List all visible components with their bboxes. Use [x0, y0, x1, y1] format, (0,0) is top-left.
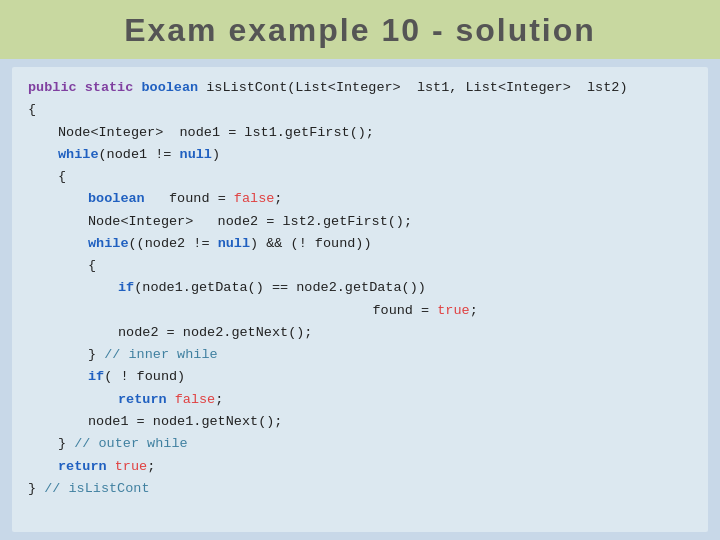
code-line-14: if( ! found): [88, 366, 692, 388]
code-line-8: while((node2 != null) && (! found)): [88, 233, 692, 255]
code-line-7: Node<Integer> node2 = lst2.getFirst();: [88, 211, 692, 233]
code-line-4: while(node1 != null): [58, 144, 692, 166]
code-line-5: {: [58, 166, 692, 188]
code-line-12: node2 = node2.getNext();: [118, 322, 692, 344]
code-line-13: } // inner while: [88, 344, 692, 366]
code-line-2: {: [28, 99, 692, 121]
code-line-9: {: [88, 255, 692, 277]
title-bar: Exam example 10 - solution: [0, 0, 720, 59]
code-line-6: boolean found = false;: [88, 188, 692, 210]
code-line-1: public static boolean isListCont(List<In…: [28, 77, 692, 99]
code-line-16: node1 = node1.getNext();: [88, 411, 692, 433]
code-line-10: if(node1.getData() == node2.getData()): [118, 277, 692, 299]
code-line-3: Node<Integer> node1 = lst1.getFirst();: [58, 122, 692, 144]
code-line-18: return true;: [58, 456, 692, 478]
code-line-19: } // isListCont: [28, 478, 692, 500]
slide: Exam example 10 - solution public static…: [0, 0, 720, 540]
slide-title: Exam example 10 - solution: [124, 12, 596, 48]
code-line-15: return false;: [118, 389, 692, 411]
code-area: public static boolean isListCont(List<In…: [12, 67, 708, 532]
code-line-11: found = true;: [178, 300, 692, 322]
code-line-17: } // outer while: [58, 433, 692, 455]
